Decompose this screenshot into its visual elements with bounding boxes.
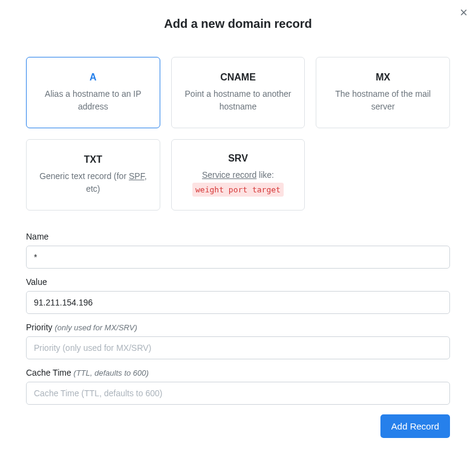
record-type-title: CNAME xyxy=(220,72,256,83)
cachetime-hint: (TTL, defaults to 600) xyxy=(74,368,149,377)
srv-code: weight port target xyxy=(192,183,284,197)
name-label: Name xyxy=(26,232,450,241)
add-record-button[interactable]: Add Record xyxy=(380,414,450,438)
record-type-title: MX xyxy=(376,72,390,83)
record-type-a[interactable]: A Alias a hostname to an IP address xyxy=(26,57,160,128)
record-type-txt[interactable]: TXT Generic text record (for SPF, etc) xyxy=(26,139,160,211)
service-record-link[interactable]: Service record xyxy=(202,170,256,180)
value-input[interactable] xyxy=(26,291,450,314)
record-type-mx[interactable]: MX The hostname of the mail server xyxy=(316,57,450,128)
spf-link[interactable]: SPF xyxy=(129,171,145,181)
modal-content: A Alias a hostname to an IP address CNAM… xyxy=(0,36,476,450)
record-type-title: SRV xyxy=(228,153,248,164)
priority-label: Priority (only used for MX/SRV) xyxy=(26,322,450,332)
cachetime-label-text: Cache Time xyxy=(26,368,71,377)
priority-label-text: Priority xyxy=(26,322,53,332)
cachetime-label: Cache Time (TTL, defaults to 600) xyxy=(26,368,450,377)
modal-title: Add a new domain record xyxy=(0,0,476,36)
form-group-value: Value xyxy=(26,277,450,314)
record-type-desc: Point a hostname to another hostname xyxy=(179,88,298,113)
form-group-name: Name xyxy=(26,232,450,269)
record-type-cname[interactable]: CNAME Point a hostname to another hostna… xyxy=(171,57,305,128)
record-type-desc: Service record like: weight port target xyxy=(192,169,284,197)
desc-prefix: Generic text record (for xyxy=(39,171,129,181)
record-type-desc: Generic text record (for SPF, etc) xyxy=(34,170,152,195)
record-type-desc: Alias a hostname to an IP address xyxy=(34,88,152,113)
record-type-title: TXT xyxy=(84,154,102,165)
value-label: Value xyxy=(26,277,450,287)
cachetime-input[interactable] xyxy=(26,382,450,405)
record-type-srv[interactable]: SRV Service record like: weight port tar… xyxy=(171,139,305,211)
record-type-grid: A Alias a hostname to an IP address CNAM… xyxy=(26,57,450,211)
form-group-priority: Priority (only used for MX/SRV) xyxy=(26,322,450,359)
desc-mid: like: xyxy=(256,170,274,180)
close-button[interactable]: × xyxy=(460,6,468,19)
record-type-desc: The hostname of the mail server xyxy=(324,88,442,113)
priority-hint: (only used for MX/SRV) xyxy=(54,323,137,332)
record-type-title: A xyxy=(90,72,97,83)
actions-row: Add Record xyxy=(26,414,450,438)
form-group-cachetime: Cache Time (TTL, defaults to 600) xyxy=(26,368,450,405)
close-icon: × xyxy=(460,5,468,20)
name-input[interactable] xyxy=(26,246,450,269)
priority-input[interactable] xyxy=(26,336,450,359)
